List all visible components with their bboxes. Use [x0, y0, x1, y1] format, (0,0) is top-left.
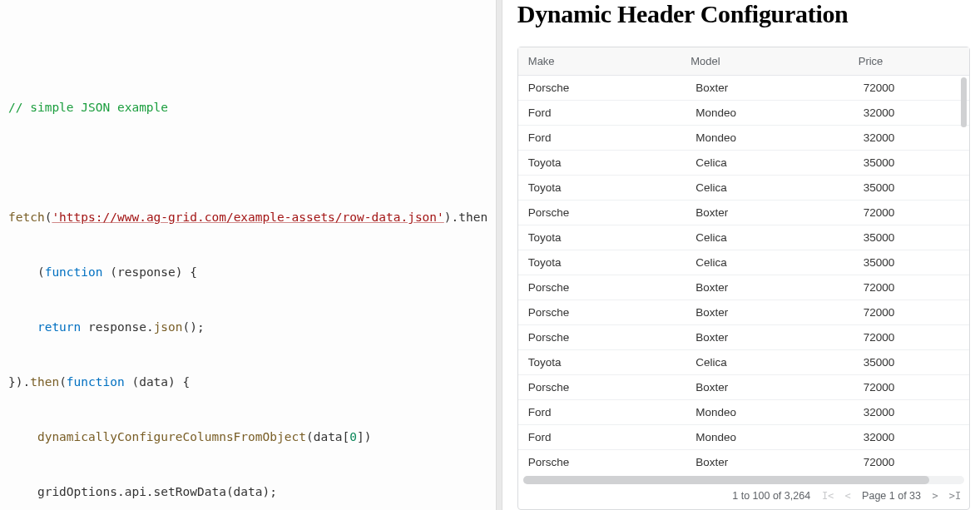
cell-model: Boxter [690, 456, 858, 468]
cell-model: Boxter [690, 381, 858, 394]
code-line: return response.json(); [0, 318, 496, 336]
cell-make: Ford [523, 406, 690, 418]
code-line: fetch('https://www.ag-grid.com/example-a… [0, 208, 496, 226]
cell-make: Toyota [523, 231, 690, 244]
table-row[interactable]: FordMondeo32000 [518, 126, 969, 151]
cell-model: Celica [690, 256, 858, 269]
cell-make: Porsche [523, 306, 690, 319]
pager-page: Page 1 of 33 [862, 490, 921, 502]
cell-model: Mondeo [690, 431, 858, 443]
split-gutter[interactable] [496, 0, 502, 510]
pager-last-icon[interactable]: >I [949, 490, 961, 502]
cell-model: Boxter [690, 281, 858, 294]
cell-price: 32000 [859, 431, 964, 443]
cell-make: Toyota [523, 356, 690, 369]
cell-make: Toyota [523, 156, 690, 169]
cell-model: Boxter [690, 206, 858, 219]
cell-price: 32000 [859, 131, 964, 144]
data-grid[interactable]: Make Model Price PorscheBoxter72000FordM… [517, 47, 970, 510]
cell-price: 72000 [859, 331, 964, 344]
cell-model: Celica [690, 356, 858, 369]
grid-header-row: Make Model Price [518, 47, 969, 76]
cell-make: Toyota [523, 181, 690, 194]
code-line: dynamicallyConfigureColumnsFromObject(da… [0, 428, 496, 446]
code-line: gridOptions.api.setRowData(data); [0, 483, 496, 501]
pager-range: 1 to 100 of 3,264 [732, 490, 810, 502]
table-row[interactable]: PorscheBoxter72000 [518, 275, 969, 300]
code-line: (function (response) { [0, 263, 496, 281]
table-row[interactable]: PorscheBoxter72000 [518, 300, 969, 325]
cell-price: 72000 [859, 82, 964, 94]
horizontal-scrollbar[interactable] [523, 476, 964, 484]
cell-price: 32000 [859, 406, 964, 418]
vertical-scrollbar[interactable] [961, 77, 967, 127]
cell-model: Mondeo [690, 406, 858, 418]
grid-pager: 1 to 100 of 3,264 I< < Page 1 of 33 > >I [518, 484, 969, 509]
table-row[interactable]: PorscheBoxter72000 [518, 375, 969, 400]
table-row[interactable]: ToyotaCelica35000 [518, 151, 969, 176]
cell-price: 35000 [859, 181, 964, 194]
cell-model: Boxter [690, 82, 858, 94]
table-row[interactable]: PorscheBoxter72000 [518, 450, 969, 474]
table-row[interactable]: ToyotaCelica35000 [518, 250, 969, 275]
cell-price: 72000 [859, 281, 964, 294]
table-row[interactable]: PorscheBoxter72000 [518, 76, 969, 101]
cell-make: Ford [523, 131, 690, 144]
cell-model: Celica [690, 156, 858, 169]
cell-price: 72000 [859, 456, 964, 468]
table-row[interactable]: ToyotaCelica35000 [518, 225, 969, 250]
code-editor[interactable]: // simple JSON example fetch('https://ww… [0, 0, 496, 510]
column-header-make[interactable]: Make [523, 55, 690, 67]
code-comment: // simple JSON example [0, 98, 496, 116]
code-line: }).then(function (data) { [0, 373, 496, 391]
table-row[interactable]: FordMondeo32000 [518, 425, 969, 450]
cell-price: 72000 [859, 381, 964, 394]
column-header-model[interactable]: Model [690, 55, 858, 67]
cell-make: Porsche [523, 456, 690, 468]
table-row[interactable]: FordMondeo32000 [518, 400, 969, 425]
table-row[interactable]: FordMondeo32000 [518, 101, 969, 126]
pager-prev-icon[interactable]: < [842, 490, 854, 502]
cell-make: Porsche [523, 82, 690, 94]
table-row[interactable]: ToyotaCelica35000 [518, 176, 969, 201]
cell-price: 35000 [859, 256, 964, 269]
cell-model: Celica [690, 181, 858, 194]
cell-make: Porsche [523, 381, 690, 394]
cell-price: 35000 [859, 356, 964, 369]
cell-model: Mondeo [690, 106, 858, 119]
page-title: Dynamic Header Configuration [517, 0, 970, 28]
cell-make: Porsche [523, 281, 690, 294]
cell-make: Toyota [523, 256, 690, 269]
code-line [0, 153, 496, 171]
cell-price: 72000 [859, 306, 964, 319]
cell-model: Boxter [690, 331, 858, 344]
pager-first-icon[interactable]: I< [822, 490, 834, 502]
cell-model: Mondeo [690, 131, 858, 144]
cell-price: 32000 [859, 106, 964, 119]
code-line [0, 43, 496, 62]
cell-model: Celica [690, 231, 858, 244]
cell-price: 72000 [859, 206, 964, 219]
grid-body[interactable]: PorscheBoxter72000FordMondeo32000FordMon… [518, 76, 969, 474]
table-row[interactable]: PorscheBoxter72000 [518, 325, 969, 350]
table-row[interactable]: ToyotaCelica35000 [518, 350, 969, 375]
cell-make: Ford [523, 106, 690, 119]
pager-next-icon[interactable]: > [929, 490, 941, 502]
cell-make: Porsche [523, 206, 690, 219]
column-header-price[interactable]: Price [859, 55, 964, 67]
table-row[interactable]: PorscheBoxter72000 [518, 201, 969, 225]
cell-make: Ford [523, 431, 690, 443]
cell-price: 35000 [859, 156, 964, 169]
cell-make: Porsche [523, 331, 690, 344]
preview-pane: Dynamic Header Configuration Make Model … [502, 0, 980, 510]
cell-model: Boxter [690, 306, 858, 319]
cell-price: 35000 [859, 231, 964, 244]
